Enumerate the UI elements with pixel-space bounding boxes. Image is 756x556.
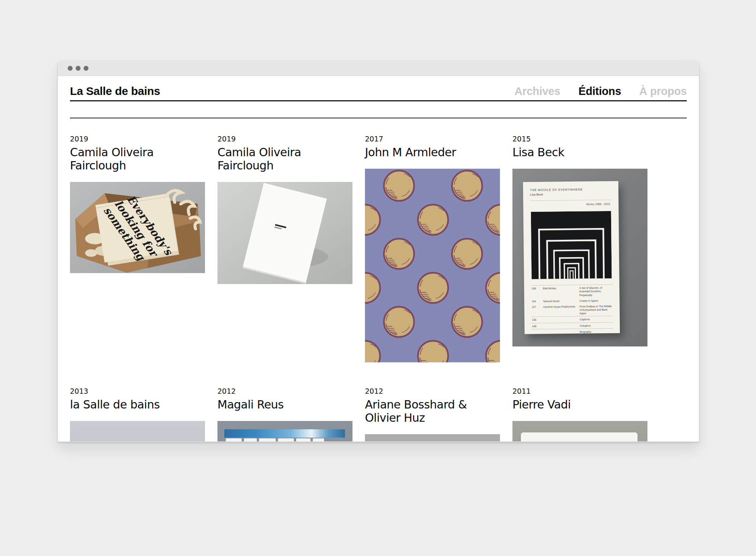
edition-year: 2012: [217, 387, 352, 396]
toc-name: Bob Nickas: [543, 286, 579, 297]
window-control-dot[interactable]: [76, 66, 81, 71]
toc-row: Biography: [531, 328, 613, 335]
toc-text: From Endless to The Middle of Everywhere…: [579, 304, 612, 315]
window-control-dot[interactable]: [68, 66, 73, 71]
edition-title: Ariane Bosshard & Olivier Huz: [365, 398, 500, 424]
edition-year: 2012: [365, 387, 500, 396]
nav-item-a-propos[interactable]: À propos: [639, 84, 687, 98]
toc-row: 109 Bob Nickas A Set of Glances, of Exte…: [531, 284, 613, 298]
toc-name: Caroline Soyez-Petithomme: [543, 305, 579, 316]
toc-row: 117 Caroline Soyez-Petithomme From Endle…: [531, 303, 613, 317]
site-header: La Salle de bains Archives Éditions À pr…: [70, 76, 687, 101]
edition-title: Magali Reus: [217, 398, 352, 411]
white-booklet-photo: [217, 182, 352, 284]
divider-rule: [70, 101, 687, 118]
edition-card[interactable]: 2013 la Salle de bains: [70, 387, 205, 441]
window-control-dot[interactable]: [84, 66, 88, 71]
ocean-photo-strip: [224, 429, 345, 438]
toc-page: 114: [532, 299, 543, 303]
edition-year: 2019: [70, 134, 205, 143]
edition-title: la Salle de bains: [70, 398, 205, 411]
book-subtitle: Works 1986 - 2015: [530, 202, 610, 207]
edition-thumbnail[interactable]: Everybody'slooking forsomething: [70, 182, 205, 273]
edition-card[interactable]: 2019 Camila Oliveira Fairclough: [70, 134, 205, 273]
edition-year: 2013: [70, 387, 205, 396]
edition-thumbnail[interactable]: [512, 421, 647, 441]
browser-window: La Salle de bains Archives Éditions À pr…: [58, 61, 699, 442]
page: La Salle de bains Archives Éditions À pr…: [58, 76, 699, 441]
edition-card[interactable]: 2012 Magali Reus: [217, 387, 352, 441]
toc-page: [532, 331, 543, 334]
toc-name: [543, 330, 580, 334]
edition-title: John M Armleder: [365, 146, 500, 159]
edition-title: Camila Oliveira Fairclough: [70, 146, 205, 172]
book-cover: [521, 432, 638, 441]
edition-thumbnail[interactable]: [217, 182, 352, 284]
edition-title: Camila Oliveira Fairclough: [217, 146, 352, 172]
toc-text: Captions: [580, 317, 612, 321]
edition-card[interactable]: 2015 Lisa Beck THE MIDDLE OF EVERYWHERE …: [512, 134, 647, 346]
edition-card[interactable]: 2012 Ariane Bosshard & Olivier Huz: [365, 387, 500, 441]
toc-page: 109: [532, 287, 543, 297]
toc-page: 140: [532, 324, 543, 328]
edition-thumbnail[interactable]: [365, 434, 500, 441]
book-author: Lisa Beck: [530, 191, 612, 197]
toc-page: 136: [532, 318, 543, 321]
toc-name: [543, 324, 580, 328]
edition-year: 2015: [512, 134, 647, 143]
edition-title: Lisa Beck: [512, 146, 647, 159]
desktop-background: La Salle de bains Archives Éditions À pr…: [0, 0, 756, 556]
toc-text: A Set of Glances, of Extended Duration, …: [579, 286, 612, 297]
edition-thumbnail[interactable]: [70, 421, 205, 441]
edition-title: Pierre Vadi: [512, 398, 647, 411]
toc-text: Cracks in Space: [579, 299, 612, 303]
nav-item-archives[interactable]: Archives: [515, 84, 560, 98]
edition-thumbnail[interactable]: THE MIDDLE OF EVERYWHERE Lisa Beck Works…: [512, 169, 647, 346]
dots-pattern-image: [365, 169, 500, 362]
book-toc: 109 Bob Nickas A Set of Glances, of Exte…: [531, 284, 613, 335]
main-nav: Archives Éditions À propos: [515, 84, 687, 98]
edition-year: 2017: [365, 134, 500, 143]
book-cover: THE MIDDLE OF EVERYWHERE Lisa Beck Works…: [523, 181, 620, 334]
editions-grid: 2019 Camila Oliveira Fairclough: [70, 134, 687, 441]
site-logo[interactable]: La Salle de bains: [70, 84, 160, 98]
toc-page: 117: [532, 305, 543, 316]
clipped-letters: [226, 438, 324, 441]
edition-thumbnail[interactable]: [217, 421, 352, 441]
tote-bags-photo: Everybody'slooking forsomething: [70, 182, 205, 273]
browser-chrome: [58, 61, 699, 76]
edition-card[interactable]: 2019 Camila Oliveira Fairclough: [217, 134, 352, 284]
book-rule: [530, 200, 612, 201]
edition-card[interactable]: 2011 Pierre Vadi: [512, 387, 647, 441]
edition-thumbnail[interactable]: [365, 169, 500, 362]
edition-year: 2019: [217, 134, 352, 143]
edition-card[interactable]: 2017 John M Armleder: [365, 134, 500, 362]
toc-text: Biography: [580, 330, 612, 334]
toc-name: [543, 318, 580, 321]
toc-name: Samuel Gross: [543, 299, 579, 303]
tunnel-graphic: [531, 211, 612, 279]
toc-text: Colophon: [580, 323, 612, 327]
edition-year: 2011: [512, 387, 647, 396]
nav-item-editions[interactable]: Éditions: [579, 84, 621, 98]
